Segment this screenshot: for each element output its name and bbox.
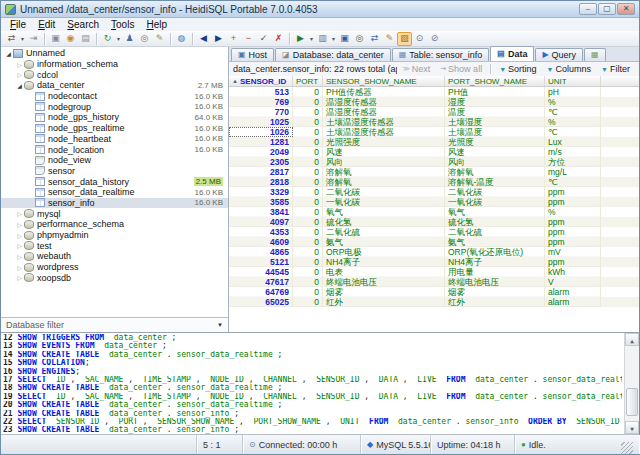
cell-port_show_name[interactable]: 风速 (445, 147, 545, 157)
table-row[interactable]: 650250红外红外alarm (229, 297, 639, 307)
menu-file[interactable]: File (4, 19, 32, 30)
cell-port[interactable]: 0 (293, 127, 323, 137)
tree-item-phpmyadmin[interactable]: ▷phpmyadmin (1, 230, 228, 241)
cell-sensor_id[interactable]: 1281 (229, 137, 293, 147)
stop-icon[interactable]: ⊘ (427, 32, 442, 46)
table-row[interactable]: 23050风向风向方位 (229, 157, 639, 167)
connect-dropdown-icon[interactable]: ▾ (19, 35, 26, 42)
tree-item-node_gps_history[interactable]: node_gps_history64.0 KB (1, 112, 228, 123)
cell-sensor_show_name[interactable]: 二氧化硫 (323, 227, 445, 237)
table-row[interactable]: 51210NH4离子NH4离子ppm (229, 257, 639, 267)
cell-port[interactable]: 0 (293, 137, 323, 147)
scroll-down-icon[interactable]: ▼ (625, 421, 639, 434)
cell-sensor_show_name[interactable]: 温湿度传感器 (323, 97, 445, 107)
cell-unit[interactable]: % (545, 207, 601, 217)
cell-sensor_id[interactable]: 2817 (229, 167, 293, 177)
column-header-port[interactable]: PORT (293, 76, 323, 86)
cell-port[interactable]: 0 (293, 247, 323, 257)
cell-unit[interactable]: ℃ (545, 177, 601, 187)
cell-sensor_show_name[interactable]: 温湿度传感器 (323, 107, 445, 117)
cell-unit[interactable]: alarm (545, 287, 601, 297)
cell-sensor_id[interactable]: 4609 (229, 237, 293, 247)
cell-unit[interactable]: V (545, 277, 601, 287)
cell-unit[interactable]: ppm (545, 237, 601, 247)
export-icon[interactable]: ◉ (63, 32, 78, 46)
cell-unit[interactable]: ℃ (545, 107, 601, 117)
connect-icon[interactable]: ⇄ (4, 32, 19, 46)
tree-item-node_gps_realtime[interactable]: node_gps_realtime16.0 KB (1, 123, 228, 134)
cell-sensor_id[interactable]: 2305 (229, 157, 293, 167)
cell-unit[interactable]: ppm (545, 217, 601, 227)
cell-port_show_name[interactable]: 氨气 (445, 237, 545, 247)
cell-sensor_show_name[interactable]: 土壤温湿度传感器 (323, 117, 445, 127)
cell-sensor_show_name[interactable]: 光照强度 (323, 137, 445, 147)
cell-unit[interactable]: mg/L (545, 167, 601, 177)
expand-closed-icon[interactable]: ▷ (15, 274, 24, 281)
column-header-port_show_name[interactable]: PORT_SHOW_NAME (445, 76, 545, 86)
execute-sql-icon[interactable]: ▶ (293, 32, 308, 46)
menu-edit[interactable]: Edit (32, 19, 61, 30)
table-row[interactable]: 35850一氧化碳一氧化碳ppm (229, 197, 639, 207)
cell-port[interactable]: 0 (293, 267, 323, 277)
table-row[interactable]: 28180溶解氧溶解氧-温度℃ (229, 177, 639, 187)
cell-port_show_name[interactable]: 土壤温度 (445, 127, 545, 137)
cell-port[interactable]: 0 (293, 87, 323, 97)
cell-sensor_show_name[interactable]: 溶解氧 (323, 167, 445, 177)
cell-unit[interactable]: kWh (545, 267, 601, 277)
cell-unit[interactable]: ppm (545, 257, 601, 267)
insert-record-icon[interactable]: + (226, 32, 241, 46)
copy-icon[interactable]: ▣ (48, 32, 63, 46)
tree-item-sensor_info[interactable]: sensor_info16.0 KB (1, 198, 228, 209)
table-row[interactable]: 38410氧气氧气% (229, 207, 639, 217)
table-row[interactable]: 12810光照强度光照度Lux (229, 137, 639, 147)
tree-item-node_location[interactable]: node_location16.0 KB (1, 144, 228, 155)
load-sql-dropdown-icon[interactable]: ▾ (330, 35, 337, 42)
tree-item-sensor[interactable]: sensor (1, 166, 228, 177)
cell-port[interactable]: 0 (293, 257, 323, 267)
tree-item-cdcol[interactable]: ▷cdcol (1, 69, 228, 80)
table-row[interactable]: 445450电表用电量kWh (229, 267, 639, 277)
tree-item-performance_schema[interactable]: ▷performance_schema (1, 219, 228, 230)
table-row[interactable]: 5130PH值传感器PH值pH (229, 87, 639, 97)
cell-port_show_name[interactable]: NH4离子 (445, 257, 545, 267)
column-header-unit[interactable]: UNIT (545, 76, 601, 86)
chevron-down-icon[interactable]: ▼ (217, 322, 223, 328)
cell-port_show_name[interactable]: 一氧化碳 (445, 197, 545, 207)
table-row[interactable]: 33290二氧化碳二氧化碳ppm (229, 187, 639, 197)
cell-sensor_id[interactable]: 4865 (229, 247, 293, 257)
cell-port[interactable]: 0 (293, 117, 323, 127)
table-row[interactable]: 40970硫化氢硫化氢ppm (229, 217, 639, 227)
cell-port_show_name[interactable]: ORP(氧化还原电位) (445, 247, 545, 257)
sorting-button[interactable]: ▼Sorting (494, 64, 541, 74)
cell-port[interactable]: 0 (293, 187, 323, 197)
expand-closed-icon[interactable]: ▷ (15, 253, 24, 260)
edit-clipboard-icon[interactable]: ✎ (382, 32, 397, 46)
tree-item-wordpress[interactable]: ▷wordpress (1, 262, 228, 273)
cell-port_show_name[interactable]: 烟雾 (445, 287, 545, 297)
cell-unit[interactable]: m/s (545, 147, 601, 157)
table-row[interactable]: 48650ORP电极ORP(氧化还原电位)mV (229, 247, 639, 257)
cell-port[interactable]: 0 (293, 227, 323, 237)
cell-unit[interactable]: % (545, 117, 601, 127)
cell-port[interactable]: 0 (293, 237, 323, 247)
tab-query[interactable]: ▶Query (535, 48, 583, 61)
website-icon[interactable]: ◍ (174, 32, 189, 46)
tree-item-mysql[interactable]: ▷mysql (1, 208, 228, 219)
tab-new-query[interactable]: ▦ (584, 48, 606, 61)
cell-sensor_show_name[interactable]: 电表 (323, 267, 445, 277)
cell-unit[interactable]: mV (545, 247, 601, 257)
tree-item-nodegroup[interactable]: nodegroup16.0 KB (1, 101, 228, 112)
find-icon[interactable]: ◎ (352, 32, 367, 46)
cell-sensor_id[interactable]: 2818 (229, 177, 293, 187)
cell-sensor_id[interactable]: 5121 (229, 257, 293, 267)
replace-icon[interactable]: ⇄ (367, 32, 382, 46)
titlebar[interactable]: Unnamed /data_center/sensor_info - Heidi… (1, 1, 639, 18)
expand-closed-icon[interactable]: ▷ (15, 242, 24, 249)
cell-unit[interactable]: ppm (545, 187, 601, 197)
cell-port[interactable]: 0 (293, 147, 323, 157)
cell-port_show_name[interactable]: 光照度 (445, 137, 545, 147)
cell-sensor_show_name[interactable]: PH值传感器 (323, 87, 445, 97)
menu-search[interactable]: Search (61, 19, 105, 30)
cell-sensor_id[interactable]: 64769 (229, 287, 293, 297)
cell-port[interactable]: 0 (293, 277, 323, 287)
